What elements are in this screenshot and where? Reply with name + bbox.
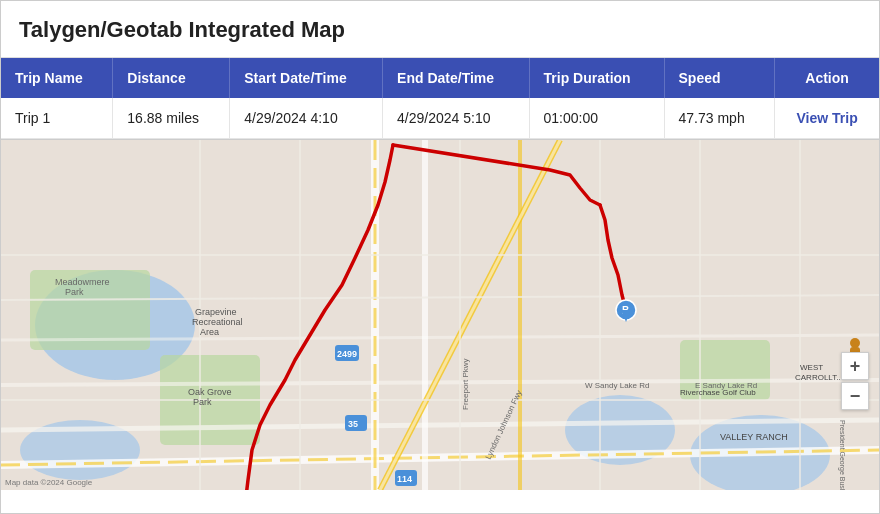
svg-text:President George Bush Turnpike: President George Bush Turnpike — [838, 420, 846, 490]
svg-text:E Sandy Lake Rd: E Sandy Lake Rd — [695, 381, 757, 390]
page-title: Talygen/Geotab Integrated Map — [1, 1, 879, 58]
svg-point-68 — [850, 338, 860, 348]
svg-text:Oak Grove: Oak Grove — [188, 387, 232, 397]
svg-text:Recreational: Recreational — [192, 317, 243, 327]
col-header-end-datetime: End Date/Time — [383, 58, 529, 98]
col-header-action: Action — [775, 58, 879, 98]
svg-text:Map data ©2024 Google: Map data ©2024 Google — [5, 478, 93, 487]
cell-distance: 16.88 miles — [113, 98, 230, 139]
view-trip-link[interactable]: View Trip — [796, 110, 857, 126]
svg-text:WEST: WEST — [800, 363, 823, 372]
cell-trip-duration: 01:00:00 — [529, 98, 664, 139]
svg-text:Grapevine: Grapevine — [195, 307, 237, 317]
col-header-trip-name: Trip Name — [1, 58, 113, 98]
col-header-speed: Speed — [664, 58, 775, 98]
svg-text:Freeport Pkwy: Freeport Pkwy — [461, 358, 470, 410]
trips-table-container: Trip Name Distance Start Date/Time End D… — [1, 58, 879, 140]
svg-text:Park: Park — [193, 397, 212, 407]
table-row: Trip 1 16.88 miles 4/29/2024 4:10 4/29/2… — [1, 98, 879, 139]
cell-end-datetime: 4/29/2024 5:10 — [383, 98, 529, 139]
svg-text:Area: Area — [200, 327, 219, 337]
svg-text:VALLEY RANCH: VALLEY RANCH — [720, 432, 788, 442]
table-header-row: Trip Name Distance Start Date/Time End D… — [1, 58, 879, 98]
zoom-in-button[interactable]: + — [841, 352, 869, 380]
cell-start-datetime: 4/29/2024 4:10 — [230, 98, 383, 139]
cell-action: View Trip — [775, 98, 879, 139]
col-header-distance: Distance — [113, 58, 230, 98]
zoom-out-button[interactable]: − — [841, 382, 869, 410]
svg-text:Meadowmere: Meadowmere — [55, 277, 110, 287]
svg-text:2499: 2499 — [337, 349, 357, 359]
map-svg: Meadowmere Park Grapevine Recreational A… — [1, 140, 879, 490]
trips-table: Trip Name Distance Start Date/Time End D… — [1, 58, 879, 139]
map-controls: + − — [841, 352, 869, 410]
cell-speed: 47.73 mph — [664, 98, 775, 139]
svg-text:W Sandy Lake Rd: W Sandy Lake Rd — [585, 381, 649, 390]
svg-text:CARROLLT...: CARROLLT... — [795, 373, 843, 382]
cell-trip-name: Trip 1 — [1, 98, 113, 139]
svg-text:35: 35 — [348, 419, 358, 429]
svg-text:114: 114 — [397, 474, 412, 484]
map-container[interactable]: Meadowmere Park Grapevine Recreational A… — [1, 140, 879, 490]
col-header-start-datetime: Start Date/Time — [230, 58, 383, 98]
svg-text:Park: Park — [65, 287, 84, 297]
col-header-trip-duration: Trip Duration — [529, 58, 664, 98]
